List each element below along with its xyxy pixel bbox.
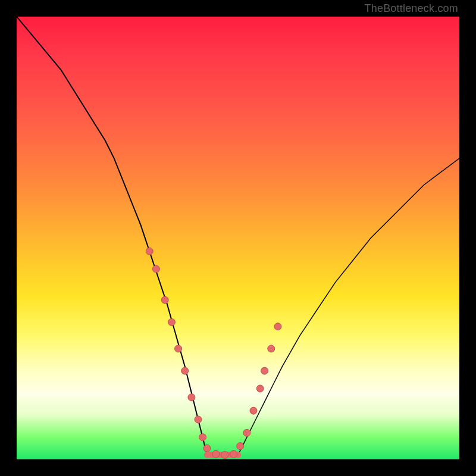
marker-left: [221, 452, 228, 459]
chart-svg: [17, 17, 459, 459]
marker-left: [152, 265, 159, 273]
watermark-text: TheBottleneck.com: [365, 2, 458, 15]
marker-left: [175, 345, 182, 352]
marker-right: [268, 345, 275, 352]
curve-left: [17, 17, 207, 455]
marker-left: [146, 248, 153, 255]
marker-left: [195, 416, 202, 423]
curve-right: [238, 158, 459, 455]
marker-left: [199, 434, 206, 441]
marker-right: [230, 450, 237, 458]
marker-right: [237, 443, 244, 450]
plot-area: [17, 17, 459, 459]
marker-right: [250, 407, 257, 414]
marker-left: [161, 296, 168, 303]
marker-left: [181, 367, 189, 374]
marker-right: [256, 385, 264, 392]
marker-right: [243, 429, 250, 436]
marker-left: [203, 444, 211, 452]
chart-frame: TheBottleneck.com: [0, 0, 476, 476]
markers-group: [146, 248, 281, 458]
marker-left: [212, 450, 220, 458]
marker-left: [168, 318, 175, 325]
marker-left: [188, 394, 195, 401]
marker-right: [274, 323, 281, 330]
marker-right: [261, 367, 268, 374]
